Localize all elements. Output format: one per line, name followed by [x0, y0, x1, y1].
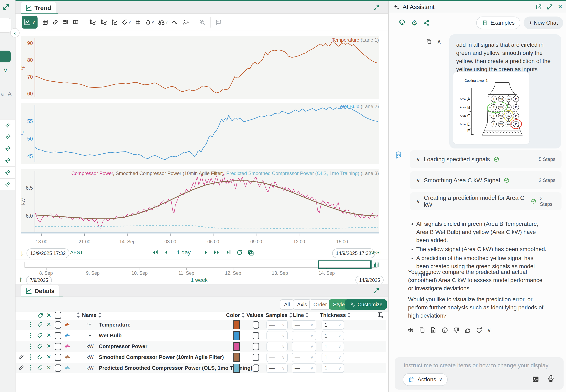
signal-name[interactable]: Temperature — [99, 322, 131, 328]
item-tag-icon[interactable] — [37, 343, 43, 349]
journal-button[interactable] — [72, 19, 79, 26]
actions-button[interactable]: Actions ∨ — [403, 373, 448, 386]
range-duration-label[interactable]: 1 day — [177, 249, 191, 256]
gridlines-button[interactable] — [135, 19, 141, 26]
range-end-input[interactable]: 14/9/2025 17:32 — [332, 248, 375, 258]
col-samples[interactable]: Samples — [266, 312, 292, 318]
display-type-button[interactable]: ∨ — [22, 16, 38, 28]
timeline-span-label[interactable]: 1 week — [191, 277, 208, 283]
sidebar-expand-icon[interactable] — [2, 3, 10, 11]
remove-icon[interactable]: ✕ — [46, 321, 51, 328]
select-all-checkbox[interactable] — [55, 312, 61, 319]
pencil-icon[interactable] — [18, 354, 24, 360]
timeline-selection[interactable] — [318, 260, 371, 269]
attach-image-icon[interactable] — [531, 375, 540, 383]
timeline-investigate-icon[interactable] — [373, 262, 380, 268]
item-tag-icon[interactable] — [37, 321, 43, 328]
values-checkbox[interactable] — [253, 321, 259, 329]
ai-expand-icon[interactable] — [547, 4, 553, 10]
trend-lane-2-chart[interactable]: 555045°F — [21, 103, 379, 164]
col-values[interactable]: Values — [246, 312, 263, 318]
thumbs-up-icon[interactable] — [464, 327, 471, 334]
color-swatch[interactable] — [233, 353, 240, 362]
sidebar-active-tool[interactable] — [0, 51, 11, 62]
chevron-down-icon[interactable]: ∨ — [3, 67, 8, 74]
auto-update-icon[interactable] — [247, 249, 254, 256]
attached-image-card[interactable]: Cooling tower 1AreaATWBkWPAreaBTWBkWPAre… — [453, 72, 529, 144]
filter-axis-button[interactable]: Axis — [293, 299, 311, 310]
info-icon[interactable] — [441, 327, 448, 334]
thickness-dropdown[interactable]: 1∨ — [322, 331, 344, 340]
chevron-down-icon[interactable]: ∨ — [416, 177, 420, 183]
row-menu-icon[interactable]: ⋮ — [27, 321, 33, 328]
line-dropdown[interactable]: —∨ — [292, 342, 316, 351]
filter-order-button[interactable]: Order — [309, 299, 331, 310]
zoom-icon[interactable] — [199, 19, 205, 26]
details-expand-icon[interactable] — [373, 287, 380, 294]
examples-button[interactable]: Examples — [476, 16, 521, 29]
compare-signals-button[interactable] — [89, 19, 96, 26]
col-color[interactable]: Color — [226, 312, 245, 318]
line-dropdown[interactable]: —∨ — [292, 320, 316, 330]
copy-message-icon[interactable] — [426, 38, 432, 44]
thickness-dropdown[interactable]: 1∨ — [322, 364, 344, 373]
samples-button[interactable] — [182, 19, 189, 26]
open-in-new-window-icon[interactable] — [536, 4, 542, 10]
add-column-icon[interactable] — [377, 312, 384, 319]
step-group-3[interactable]: ∨ Creating a prediction model for Area C… — [410, 192, 562, 210]
col-name[interactable]: Name — [82, 312, 101, 318]
customize-button[interactable]: Customize — [345, 299, 387, 310]
row-menu-icon[interactable]: ⋮ — [27, 354, 33, 360]
color-swatch[interactable] — [233, 364, 240, 373]
pinned-item[interactable] — [0, 131, 15, 143]
pencil-icon[interactable] — [18, 364, 24, 371]
table-row[interactable]: ⋮✕kWSmoothed Compressor Power (10min Agi… — [16, 352, 386, 363]
range-start-input[interactable]: 13/9/2025 17:32 — [27, 248, 69, 258]
read-aloud-icon[interactable] — [407, 327, 414, 334]
color-swatch[interactable] — [233, 321, 240, 329]
pinned-item[interactable] — [0, 178, 15, 190]
signal-name[interactable]: Smoothed Compressor Power (10min Agile F… — [99, 354, 224, 360]
row-checkbox[interactable] — [55, 321, 61, 329]
signal-name[interactable]: Wet Bulb — [99, 333, 122, 339]
copy-icon[interactable] — [418, 327, 425, 334]
investigate-button[interactable]: ∨ — [158, 19, 168, 26]
pinned-item[interactable] — [0, 119, 15, 131]
samples-dropdown[interactable]: —∨ — [267, 320, 288, 330]
labels-button[interactable]: ∨ — [122, 19, 131, 26]
values-checkbox[interactable] — [253, 343, 259, 350]
pinned-item[interactable] — [0, 167, 15, 178]
samples-dropdown[interactable]: —∨ — [267, 353, 288, 362]
item-tag-icon[interactable] — [37, 332, 43, 338]
comment-icon[interactable] — [215, 19, 222, 26]
row-checkbox[interactable] — [55, 343, 61, 350]
close-icon[interactable]: ✕ — [558, 4, 563, 10]
row-menu-icon[interactable]: ⋮ — [27, 332, 33, 338]
values-checkbox[interactable] — [253, 332, 259, 339]
gear-icon[interactable]: ⚙ — [411, 19, 417, 26]
trend-lane-1-chart[interactable]: 90807060°F — [21, 36, 379, 99]
auto-scale-button[interactable] — [111, 19, 118, 26]
samples-dropdown[interactable]: —∨ — [267, 364, 288, 373]
col-line[interactable]: Line — [293, 312, 309, 318]
tab-trend[interactable]: Trend — [21, 2, 56, 14]
step-back-button[interactable] — [163, 249, 169, 255]
compare-signals-alt-button[interactable] — [100, 19, 107, 26]
values-checkbox[interactable] — [253, 364, 259, 372]
line-dropdown[interactable]: —∨ — [292, 353, 316, 362]
row-menu-icon[interactable]: ⋮ — [27, 364, 33, 371]
table-row[interactable]: ⋮✕kWPredicted Smoothed Compressor Power … — [16, 363, 386, 373]
row-menu-icon[interactable]: ⋮ — [27, 343, 33, 349]
step-group-1[interactable]: ∨ Loading specified signals 5 Steps — [410, 150, 562, 168]
filter-all-button[interactable]: All — [280, 299, 294, 310]
rewind-button[interactable] — [152, 249, 159, 255]
move-range-down-icon[interactable]: ↓ — [20, 249, 24, 257]
chat-input-card[interactable]: Instruct me to create items or how to ch… — [395, 357, 564, 390]
share-icon[interactable] — [423, 19, 430, 26]
thumbs-down-icon[interactable] — [453, 327, 460, 334]
refresh-range-icon[interactable] — [236, 249, 243, 256]
link-button[interactable] — [52, 19, 58, 26]
values-checkbox[interactable] — [253, 354, 259, 361]
signal-name[interactable]: Predicted Smoothed Compressor Power (OLS… — [99, 365, 252, 371]
samples-dropdown[interactable]: —∨ — [267, 331, 288, 340]
